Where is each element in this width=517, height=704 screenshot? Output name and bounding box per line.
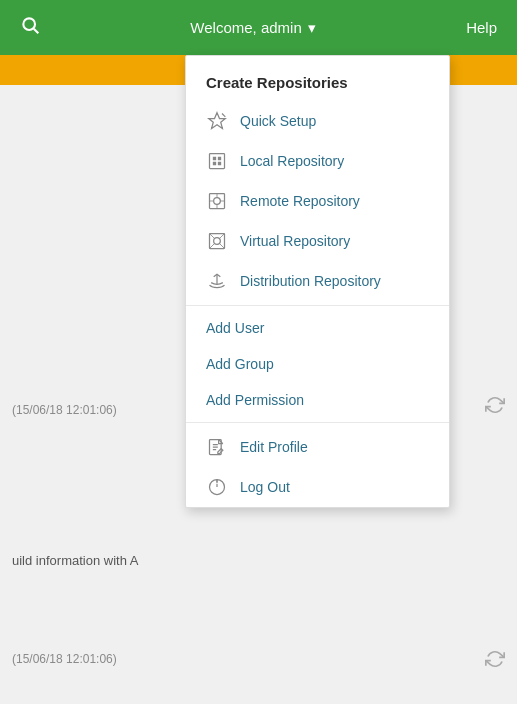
timestamp-1: (15/06/18 12:01:06) <box>0 395 129 425</box>
svg-line-2 <box>222 114 225 117</box>
menu-label-virtual-repository: Virtual Repository <box>240 233 350 249</box>
menu-item-log-out[interactable]: Log Out <box>186 467 449 507</box>
menu-item-quick-setup[interactable]: Quick Setup <box>186 101 449 141</box>
search-icon[interactable] <box>0 15 60 40</box>
quick-setup-icon <box>206 110 228 132</box>
edit-profile-icon <box>206 436 228 458</box>
dropdown-section-title: Create Repositories <box>186 56 449 101</box>
menu-item-add-user[interactable]: Add User <box>186 310 449 346</box>
background-text: uild information with A <box>0 545 150 576</box>
menu-label-edit-profile: Edit Profile <box>240 439 308 455</box>
menu-item-local-repository[interactable]: Local Repository <box>186 141 449 181</box>
menu-label-add-group: Add Group <box>206 356 274 372</box>
svg-point-0 <box>23 18 35 30</box>
divider-1 <box>186 305 449 306</box>
dropdown-menu: Create Repositories Quick Setup Local Re… <box>185 55 450 508</box>
menu-label-add-user: Add User <box>206 320 264 336</box>
refresh-icon-2[interactable] <box>485 649 505 674</box>
help-label: Help <box>466 19 497 36</box>
menu-item-remote-repository[interactable]: Remote Repository <box>186 181 449 221</box>
log-out-icon <box>206 476 228 498</box>
svg-rect-3 <box>210 154 225 169</box>
welcome-label: Welcome, admin <box>190 19 301 36</box>
header: Welcome, admin ▾ Help <box>0 0 517 55</box>
virtual-repo-icon <box>206 230 228 252</box>
svg-point-7 <box>214 238 221 245</box>
timestamp-2: (15/06/18 12:01:06) <box>0 644 129 674</box>
help-link[interactable]: Help <box>446 19 517 36</box>
refresh-icon-1[interactable] <box>485 395 505 420</box>
menu-label-log-out: Log Out <box>240 479 290 495</box>
menu-item-distribution-repository[interactable]: Distribution Repository <box>186 261 449 301</box>
menu-label-local-repository: Local Repository <box>240 153 344 169</box>
menu-item-add-permission[interactable]: Add Permission <box>186 382 449 418</box>
svg-line-1 <box>34 29 39 34</box>
chevron-down-icon: ▾ <box>308 19 316 37</box>
local-repo-icon <box>206 150 228 172</box>
menu-item-add-group[interactable]: Add Group <box>186 346 449 382</box>
menu-label-remote-repository: Remote Repository <box>240 193 360 209</box>
menu-label-distribution-repository: Distribution Repository <box>240 273 381 289</box>
welcome-text[interactable]: Welcome, admin ▾ <box>180 19 325 37</box>
menu-label-add-permission: Add Permission <box>206 392 304 408</box>
distribution-repo-icon <box>206 270 228 292</box>
svg-point-5 <box>214 198 221 205</box>
menu-item-virtual-repository[interactable]: Virtual Repository <box>186 221 449 261</box>
menu-item-edit-profile[interactable]: Edit Profile <box>186 427 449 467</box>
menu-label-quick-setup: Quick Setup <box>240 113 316 129</box>
divider-2 <box>186 422 449 423</box>
remote-repo-icon <box>206 190 228 212</box>
